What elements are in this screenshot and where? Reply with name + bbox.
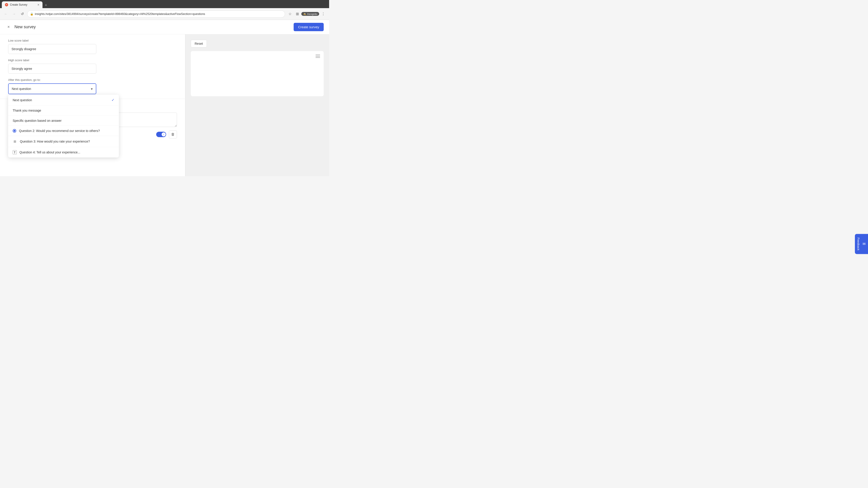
incognito-badge: 🕵 Incognito: [301, 12, 319, 16]
delete-question-button[interactable]: 🗑: [169, 130, 177, 138]
hamburger-line-3: [315, 57, 320, 58]
question-toggle[interactable]: [156, 132, 166, 137]
browser-navigation: ← → ↺ 🔒 insights.hotjar.com/sites/381499…: [0, 8, 329, 20]
dropdown-item-specific[interactable]: Specific question based on answer: [8, 116, 119, 126]
incognito-label: Incognito: [307, 13, 317, 15]
dropdown-arrow-icon: ▾: [91, 87, 93, 91]
main-content: Low score label Strongly disagree High s…: [0, 34, 329, 176]
hamburger-line-2: [315, 56, 320, 57]
reload-button[interactable]: ↺: [19, 11, 25, 17]
browser-tab-bar: H Create Survey × +: [0, 0, 329, 8]
dropdown-item-label: Question 4: Tell us about your experienc…: [20, 151, 80, 154]
dropdown-item-q4[interactable]: T Question 4: Tell us about your experie…: [8, 147, 119, 158]
menu-button[interactable]: ⋮: [320, 11, 327, 17]
star-button[interactable]: ☆: [287, 11, 293, 17]
check-icon: ✓: [112, 98, 114, 102]
dropdown-item-label: Next question: [13, 98, 32, 102]
hamburger-menu-icon[interactable]: [315, 55, 320, 58]
right-panel: Reset: [185, 34, 329, 176]
low-score-input[interactable]: Strongly disagree: [8, 44, 96, 54]
trash-icon: 🗑: [171, 132, 175, 136]
dropdown-item-q3[interactable]: ⊞ Question 3: How would you rate your ex…: [8, 136, 119, 147]
high-score-label: High score label: [8, 59, 177, 62]
incognito-icon: 🕵: [303, 12, 306, 15]
radio-icon: [13, 129, 16, 133]
app-header: × New survey Create survey: [0, 20, 329, 34]
dropdown-menu: Next question ✓ Thank you message Specif…: [8, 95, 119, 158]
active-tab[interactable]: H Create Survey ×: [2, 1, 42, 8]
new-tab-button[interactable]: +: [42, 3, 50, 8]
tab-title: Create Survey: [10, 3, 27, 6]
dropdown-item-q2[interactable]: Question 2: Would you recommend our serv…: [8, 126, 119, 136]
address-bar[interactable]: 🔒 insights.hotjar.com/sites/3814994/surv…: [27, 10, 285, 18]
url-text: insights.hotjar.com/sites/3814994/survey…: [35, 12, 282, 15]
text-icon: T: [13, 150, 17, 154]
nav-actions: ☆ ⊞ 🕵 Incognito ⋮: [287, 11, 327, 17]
after-question-label: After this question, go to:: [8, 78, 177, 82]
tab-close-button[interactable]: ×: [37, 3, 39, 6]
reset-button[interactable]: Reset: [191, 40, 207, 47]
extensions-button[interactable]: ⊞: [294, 11, 301, 17]
dropdown-item-next-question[interactable]: Next question ✓: [8, 95, 119, 105]
low-score-label: Low score label: [8, 39, 177, 42]
dropdown-item-thank-you[interactable]: Thank you message: [8, 105, 119, 116]
goto-dropdown-container: Next question ▾ Next question ✓ Thank yo…: [8, 84, 96, 94]
goto-dropdown[interactable]: Next question ▾: [8, 84, 96, 94]
lock-icon: 🔒: [30, 12, 33, 15]
dropdown-item-label: Question 2: Would you recommend our serv…: [19, 129, 100, 133]
dropdown-item-label: Question 3: How would you rate your expe…: [20, 140, 90, 143]
header-left: × New survey: [5, 24, 36, 30]
left-panel: Low score label Strongly disagree High s…: [0, 34, 185, 176]
back-button[interactable]: ←: [3, 11, 9, 17]
dropdown-item-label: Thank you message: [13, 109, 41, 112]
create-survey-button[interactable]: Create survey: [293, 23, 324, 31]
tab-favicon: H: [5, 3, 8, 6]
high-score-input[interactable]: Strongly agree: [8, 64, 96, 74]
after-question-section: After this question, go to: Next questio…: [0, 78, 185, 99]
high-score-section: High score label Strongly agree: [0, 59, 185, 78]
page-title: New survey: [14, 25, 36, 29]
low-score-section: Low score label Strongly disagree: [0, 34, 185, 59]
preview-area: [191, 51, 324, 96]
hamburger-line-1: [315, 55, 320, 55]
dropdown-selected-value: Next question: [12, 87, 31, 91]
close-survey-button[interactable]: ×: [5, 24, 12, 30]
forward-button[interactable]: →: [11, 11, 17, 17]
grid-icon: ⊞: [13, 139, 17, 144]
dropdown-item-label: Specific question based on answer: [13, 119, 61, 123]
